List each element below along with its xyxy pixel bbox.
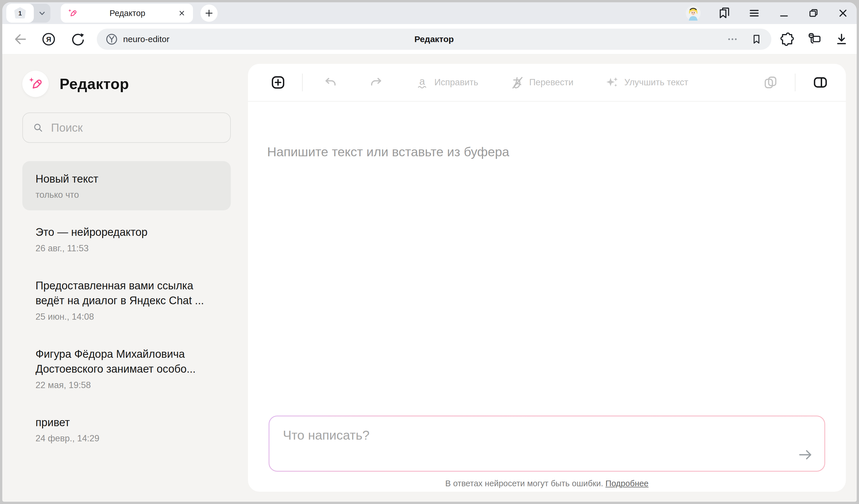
prompt-input[interactable] xyxy=(269,416,824,471)
document-timestamp: 22 мая, 19:58 xyxy=(35,380,217,391)
close-icon xyxy=(837,7,849,19)
downloads-button[interactable] xyxy=(834,32,849,46)
window-minimize-button[interactable] xyxy=(778,7,790,19)
document-timestamp: 25 июн., 14:08 xyxy=(35,312,217,322)
toolbar-divider xyxy=(302,74,303,91)
document-list-item-3[interactable]: Фигура Фёдора Михайловича Достоевского з… xyxy=(22,336,231,401)
browser-menu-button[interactable] xyxy=(748,6,761,20)
editor-placeholder: Напишите текст или вставьте из буфера xyxy=(267,144,826,159)
redo-icon xyxy=(369,75,383,90)
prompt-box xyxy=(269,415,825,472)
tab-counter-button[interactable]: 1 xyxy=(6,4,34,22)
search-icon xyxy=(33,122,44,134)
address-url-text: neuro-editor xyxy=(123,34,169,44)
extensions-button[interactable] xyxy=(780,32,794,46)
download-icon xyxy=(834,32,849,46)
translate-label: Перевести xyxy=(529,77,573,88)
add-bookmark-button[interactable] xyxy=(750,33,763,46)
disclaimer-more-link[interactable]: Подробнее xyxy=(606,479,649,488)
document-title: Это — нейроредактор xyxy=(35,225,217,240)
tab-title: Редактор xyxy=(77,9,178,18)
document-list-item-0[interactable]: Новый текст только что xyxy=(22,161,231,210)
redo-button[interactable] xyxy=(369,75,383,90)
reload-button[interactable] xyxy=(70,32,85,47)
svg-text:1: 1 xyxy=(18,10,22,17)
document-timestamp: 24 февр., 14:29 xyxy=(35,433,217,444)
bookmark-icon xyxy=(750,33,763,46)
new-document-icon xyxy=(270,74,286,90)
address-bar[interactable]: neuro-editor Редактор xyxy=(97,29,771,50)
translate-button[interactable]: Перевести xyxy=(510,76,573,89)
undo-button[interactable] xyxy=(323,75,337,90)
minimize-icon xyxy=(778,7,790,19)
yandex-services-button[interactable]: Я xyxy=(41,32,56,47)
site-badge-icon xyxy=(105,33,118,46)
browser-tab-editor[interactable]: Редактор xyxy=(61,4,193,22)
tabs-dropdown-button[interactable] xyxy=(34,4,50,22)
sparkles-icon xyxy=(606,76,619,89)
documents-sidebar: Редактор Новый текст только что Это — не… xyxy=(4,55,248,500)
svg-text:Я: Я xyxy=(46,35,51,43)
document-title: привет xyxy=(35,415,217,430)
document-timestamp: 26 авг., 11:53 xyxy=(35,243,217,254)
editor-panel: a Исправить Перевести xyxy=(248,64,846,492)
spellcheck-icon: a xyxy=(416,76,428,89)
fix-text-button[interactable]: a Исправить xyxy=(416,76,478,89)
window-restore-button[interactable] xyxy=(807,7,820,19)
reload-icon xyxy=(70,32,85,47)
plus-icon xyxy=(204,8,214,18)
document-list-item-1[interactable]: Это — нейроредактор 26 авг., 11:53 xyxy=(22,214,231,264)
ellipsis-icon xyxy=(726,33,739,46)
document-title: Новый текст xyxy=(35,171,217,186)
double-bookmark-icon xyxy=(718,6,731,20)
document-list-item-2[interactable]: Предоставленная вами ссылка ведёт на диа… xyxy=(22,268,231,332)
undo-icon xyxy=(323,75,337,90)
close-icon xyxy=(178,9,186,17)
search-box[interactable] xyxy=(22,112,231,143)
bookmarks-panel-button[interactable] xyxy=(718,6,731,20)
copy-button[interactable] xyxy=(763,75,778,90)
tab-close-button[interactable] xyxy=(178,9,186,17)
magic-pencil-icon xyxy=(28,76,43,91)
app-logo xyxy=(22,71,49,97)
toolbar-divider xyxy=(795,74,796,91)
search-input[interactable] xyxy=(51,121,221,134)
split-panel-toggle-button[interactable] xyxy=(813,75,828,90)
document-list-item-4[interactable]: привет 24 февр., 14:29 xyxy=(22,405,231,454)
address-toolbar: Я neuro-editor Редактор xyxy=(2,24,857,55)
hamburger-menu-icon xyxy=(748,6,761,20)
new-tab-button[interactable] xyxy=(200,4,217,22)
avatar-image xyxy=(686,6,700,20)
chevron-down-icon xyxy=(37,8,47,18)
send-prompt-button[interactable] xyxy=(797,447,813,463)
magic-pencil-favicon xyxy=(67,8,77,18)
new-document-button[interactable] xyxy=(270,74,286,90)
document-timestamp: только что xyxy=(35,190,217,200)
key-card-icon xyxy=(807,32,822,47)
split-panel-icon xyxy=(813,75,828,90)
fix-text-label: Исправить xyxy=(434,77,478,88)
copy-icon xyxy=(763,75,778,90)
improve-text-label: Улучшить текст xyxy=(624,77,688,88)
back-button[interactable] xyxy=(13,32,28,47)
improve-text-button[interactable]: Улучшить текст xyxy=(606,76,688,89)
disclaimer-text: В ответах нейросети могут быть ошибки. xyxy=(445,479,603,488)
restore-icon xyxy=(807,7,820,19)
app-title: Редактор xyxy=(60,75,129,92)
svg-text:a: a xyxy=(420,76,425,87)
arrow-right-icon xyxy=(797,447,813,463)
puzzle-icon xyxy=(780,32,794,46)
tab-counter-badge-icon: 1 xyxy=(14,7,26,19)
window-close-button[interactable] xyxy=(837,7,849,19)
document-title: Фигура Фёдора Михайловича Достоевского з… xyxy=(35,347,217,377)
browser-window: 1 Редактор xyxy=(0,0,859,504)
ai-disclaimer: В ответах нейросети могут быть ошибки. П… xyxy=(248,479,846,488)
profile-avatar[interactable] xyxy=(686,6,700,20)
passwords-button[interactable] xyxy=(807,32,822,47)
address-page-title: Редактор xyxy=(97,34,771,44)
address-more-button[interactable] xyxy=(726,33,739,46)
document-list: Новый текст только что Это — нейроредакт… xyxy=(22,161,231,454)
editor-toolbar: a Исправить Перевести xyxy=(248,64,846,102)
tab-group-control: 1 xyxy=(6,4,50,22)
document-title: Предоставленная вами ссылка ведёт на диа… xyxy=(35,278,217,308)
